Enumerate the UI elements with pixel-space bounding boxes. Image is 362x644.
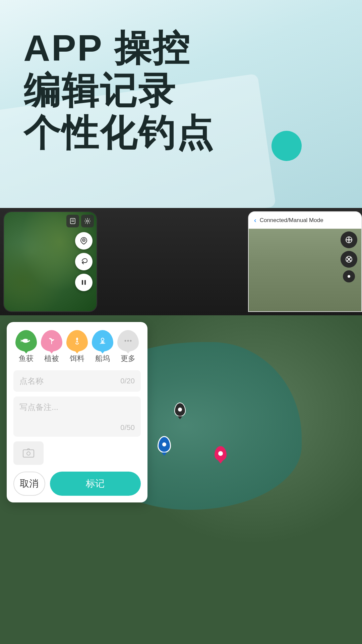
speed-up-ctrl[interactable] (341, 231, 357, 248)
icon-more[interactable]: 更多 (117, 330, 139, 364)
phone-left-mockup (3, 211, 97, 312)
screenshots-section: ‹ Connected/Manual Mode (0, 208, 362, 315)
more-label: 更多 (121, 354, 135, 364)
svg-point-21 (127, 340, 129, 342)
icon-bait[interactable]: 饵料 (66, 330, 88, 364)
bait-label: 饵料 (70, 354, 84, 364)
form-card: 鱼获 植被 (7, 322, 147, 502)
phone-right-mockup: ‹ Connected/Manual Mode (248, 211, 362, 312)
pause-ctrl[interactable] (75, 274, 93, 291)
dock-icon-circle (92, 330, 113, 352)
name-count: 0/20 (120, 377, 135, 385)
toolbar-left (66, 215, 94, 227)
svg-point-4 (86, 220, 88, 222)
phone-right-header: ‹ Connected/Manual Mode (249, 212, 361, 229)
back-arrow-icon: ‹ (254, 216, 256, 224)
location-ctrl[interactable] (75, 232, 93, 250)
name-input-row[interactable]: 点名称 0/20 (13, 370, 141, 392)
controls-left (75, 232, 93, 291)
plant-label: 植被 (44, 354, 59, 364)
svg-point-6 (83, 240, 84, 241)
hero-section: APP 操控 编辑记录 个性化钓点 (0, 0, 362, 208)
bottom-section: 鱼获 植被 (0, 315, 362, 644)
phone-right-map (249, 229, 361, 311)
cancel-button[interactable]: 取消 (13, 472, 45, 496)
dot-ctrl[interactable] (343, 270, 355, 282)
icon-dock[interactable]: 船坞 (92, 330, 113, 364)
svg-point-14 (27, 339, 29, 341)
hero-line-2: 编辑记录 (23, 69, 215, 112)
svg-rect-8 (84, 280, 86, 285)
hero-title: APP 操控 编辑记录 个性化钓点 (23, 27, 215, 154)
svg-point-16 (101, 338, 104, 341)
phone-left-map (4, 212, 97, 311)
more-icon-circle (117, 330, 139, 352)
svg-point-20 (125, 340, 126, 342)
bait-icon-circle (66, 330, 88, 352)
svg-point-11 (348, 275, 350, 278)
controls-right (341, 231, 357, 282)
icon-row: 鱼获 植被 (13, 330, 141, 364)
fish-icon-circle (15, 330, 37, 352)
svg-rect-1 (70, 218, 75, 224)
hero-line-3: 个性化钓点 (23, 112, 215, 154)
location-pin-hero (272, 131, 302, 169)
image-upload-placeholder[interactable] (13, 441, 44, 465)
svg-point-24 (27, 452, 30, 455)
note-placeholder: 写点备注... (19, 402, 135, 413)
hero-line-1: APP 操控 (23, 27, 215, 69)
map-pin-blue (158, 436, 171, 456)
map-pin-pink (215, 446, 227, 464)
undo-ctrl[interactable] (75, 253, 93, 270)
image-row (13, 441, 141, 465)
svg-point-22 (130, 340, 132, 342)
icon-plant[interactable]: 植被 (41, 330, 62, 364)
confirm-button[interactable]: 标记 (50, 472, 141, 496)
form-buttons: 取消 标记 (13, 472, 141, 496)
slow-down-ctrl[interactable] (341, 251, 357, 268)
dock-label: 船坞 (95, 354, 110, 364)
note-count: 0/50 (120, 423, 135, 432)
plant-icon-circle (41, 330, 62, 352)
svg-rect-23 (23, 450, 34, 457)
log-button[interactable] (66, 215, 79, 227)
settings-button[interactable] (81, 215, 94, 227)
svg-rect-7 (82, 280, 83, 285)
note-textarea-row[interactable]: 写点备注... 0/50 (13, 396, 141, 437)
name-placeholder: 点名称 (19, 376, 120, 386)
map-pin-dark (174, 402, 186, 419)
fish-label: 鱼获 (19, 354, 34, 364)
connected-mode-title: Connected/Manual Mode (260, 217, 323, 224)
icon-fish[interactable]: 鱼获 (15, 330, 37, 364)
